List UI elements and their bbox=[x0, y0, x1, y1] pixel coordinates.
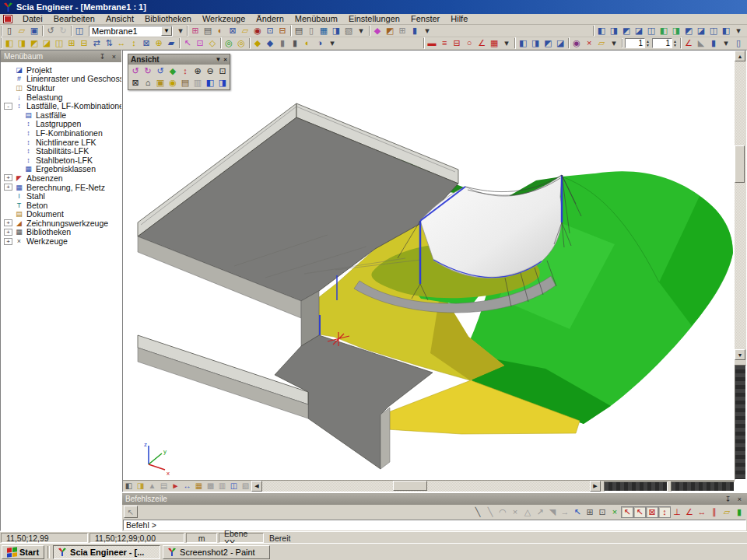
menu-item[interactable]: Bibliotheken bbox=[139, 14, 197, 23]
clip-slider-horizontal-1[interactable] bbox=[604, 481, 668, 492]
snap-intersection-icon[interactable]: × bbox=[608, 506, 621, 518]
clip-copy-4-icon[interactable]: ◪ bbox=[554, 37, 566, 49]
intersect-icon[interactable]: ⊠ bbox=[140, 37, 153, 49]
table-input-icon[interactable]: ⊡ bbox=[264, 25, 276, 37]
clip-copy-1-icon[interactable]: ◧ bbox=[517, 37, 529, 49]
clip-slider-horizontal-2[interactable] bbox=[671, 481, 735, 492]
printer-small-icon[interactable]: ▤ bbox=[202, 25, 214, 37]
zoom-window-icon[interactable]: ⊡ bbox=[216, 65, 229, 77]
tree-item[interactable]: ↕ Lastgruppen bbox=[4, 120, 121, 129]
snap-tangent-icon[interactable]: ∠ bbox=[683, 506, 696, 518]
menu-item[interactable]: Menübaum bbox=[289, 14, 343, 23]
renumber-icon[interactable]: ▯ bbox=[732, 37, 745, 49]
tree-item[interactable]: + ▦ Bibliotheken bbox=[4, 228, 121, 237]
tree-item[interactable]: + ◢ Zeichnungswerkzeuge bbox=[4, 219, 121, 228]
window-layout-2-icon[interactable]: ◨ bbox=[608, 25, 620, 37]
snap-grid-icon[interactable]: ⊞ bbox=[584, 506, 596, 518]
show-labels-icon[interactable]: ► bbox=[170, 481, 181, 492]
title-bar[interactable]: Scia Engineer - [Membrane1 : 1] bbox=[0, 0, 747, 14]
layer-1-icon[interactable]: ◆ bbox=[251, 37, 264, 49]
vscroll-up-arrow[interactable]: ▲ bbox=[735, 51, 745, 61]
trim-icon[interactable]: ⇄ bbox=[90, 37, 103, 49]
zoom-all-icon[interactable]: ⊠ bbox=[129, 77, 142, 89]
scale-more-arrow[interactable]: ▾ bbox=[720, 37, 732, 49]
redo-icon[interactable]: ↻ bbox=[57, 25, 69, 37]
scale-spinner-1-arrows[interactable]: ▲▼ bbox=[646, 40, 650, 47]
hscroll-left-arrow[interactable]: ◀ bbox=[251, 481, 262, 492]
tree-item[interactable]: ↕ LF-Kombinationen bbox=[4, 128, 121, 138]
tree-expand-box[interactable]: + bbox=[4, 174, 12, 181]
snap-endpoint-icon[interactable]: ↖ bbox=[621, 506, 633, 518]
select-cursor-icon[interactable]: ↖ bbox=[181, 37, 194, 49]
layer-more-arrow[interactable]: ▾ bbox=[326, 37, 338, 49]
frame-tool-icon[interactable]: ⊞ bbox=[189, 25, 202, 37]
taskbar-task-button[interactable]: Screenshot2 - Paint bbox=[163, 545, 270, 559]
clip-slider-vertical[interactable] bbox=[735, 365, 746, 480]
print-preview-icon[interactable]: ▯ bbox=[305, 25, 317, 37]
snap-arc-icon[interactable]: ◠ bbox=[496, 506, 509, 518]
scale-icon[interactable]: ⊞ bbox=[65, 37, 78, 49]
snap-node-icon[interactable]: ↕ bbox=[658, 506, 671, 518]
view-save-icon[interactable]: ▤ bbox=[179, 77, 191, 89]
document-more-arrow[interactable]: ▾ bbox=[355, 25, 367, 37]
vertical-scrollbar[interactable] bbox=[735, 61, 746, 349]
view-direction-icon[interactable]: ↕ bbox=[179, 65, 191, 77]
erase-icon[interactable]: × bbox=[583, 37, 595, 49]
tree-item[interactable]: ▤ Lastfälle bbox=[4, 110, 121, 120]
command-input[interactable]: Befehl > bbox=[123, 520, 746, 530]
window-layout-6-icon[interactable]: ◧ bbox=[658, 25, 670, 37]
dim-angle-icon[interactable]: ∠ bbox=[475, 37, 488, 49]
erase-more-arrow[interactable]: ▾ bbox=[608, 37, 620, 49]
snap-grid-point-icon[interactable]: ⊡ bbox=[596, 506, 608, 518]
clipping-box-icon[interactable]: ▣ bbox=[154, 77, 167, 89]
menu-item[interactable]: Datei bbox=[17, 14, 48, 23]
tree-item[interactable]: I Stahl bbox=[4, 191, 121, 201]
snap-disable-icon[interactable]: × bbox=[509, 506, 521, 518]
menu-item[interactable]: Werkzeuge bbox=[197, 14, 251, 23]
zoom-selection-icon[interactable]: ⌂ bbox=[142, 77, 154, 89]
close-icon[interactable]: × bbox=[735, 495, 744, 503]
window-layout-8-icon[interactable]: ◩ bbox=[682, 25, 695, 37]
rotate-icon[interactable]: ◪ bbox=[40, 37, 53, 49]
render-icon[interactable]: ◨ bbox=[135, 481, 146, 492]
snap-curve-icon[interactable]: → bbox=[559, 506, 571, 518]
snap-free-line-icon[interactable]: ╲ bbox=[472, 506, 484, 518]
angle-snap-icon[interactable]: ◣ bbox=[695, 37, 707, 49]
rotate-y-icon[interactable]: ↻ bbox=[142, 65, 154, 77]
calculator-icon[interactable]: ◐ bbox=[214, 25, 226, 37]
tree-item[interactable]: ↕ Stahlbeton-LFK bbox=[4, 156, 121, 165]
select-window-icon[interactable]: ⊡ bbox=[194, 37, 206, 49]
view-load-icon[interactable]: ▥ bbox=[191, 77, 204, 89]
break-icon[interactable]: ↔ bbox=[115, 37, 128, 49]
chevron-down-icon[interactable]: ▼ bbox=[215, 56, 221, 63]
light-icon[interactable]: ◉ bbox=[167, 77, 179, 89]
measure-icon[interactable]: ▰ bbox=[165, 37, 177, 49]
rotate-z-icon[interactable]: ↺ bbox=[154, 65, 167, 77]
pin-icon[interactable]: ↧ bbox=[724, 495, 732, 503]
show-supports-icon[interactable]: ▲ bbox=[146, 481, 158, 492]
move-node-icon[interactable]: ◧ bbox=[3, 37, 16, 49]
layer-2-icon[interactable]: ◆ bbox=[264, 37, 276, 49]
copy-icon[interactable]: ◨ bbox=[16, 37, 28, 49]
window-layout-3-icon[interactable]: ◩ bbox=[620, 25, 633, 37]
command-panel-header[interactable]: Befehlszeile ↧ × bbox=[122, 493, 747, 505]
tree-expand-box[interactable]: - bbox=[4, 103, 12, 110]
ansicht-toolbar-header[interactable]: Ansicht ▼ × bbox=[128, 54, 230, 65]
extend-icon[interactable]: ⇅ bbox=[103, 37, 115, 49]
menu-item[interactable]: Einstellungen bbox=[343, 14, 405, 23]
vertical-scrollbar-thumb[interactable] bbox=[735, 145, 745, 183]
tree-expand-box[interactable]: + bbox=[4, 219, 12, 226]
tree-expand-box[interactable]: + bbox=[4, 184, 12, 191]
menu-item[interactable]: Ansicht bbox=[100, 14, 139, 23]
layer-5-icon[interactable]: ◐ bbox=[301, 37, 314, 49]
start-button[interactable]: Start bbox=[2, 545, 44, 559]
model-combobox-arrow[interactable]: ▼ bbox=[161, 26, 172, 36]
zoom-out-icon[interactable]: ⊖ bbox=[204, 65, 216, 77]
folder-model-icon[interactable]: ▱ bbox=[239, 25, 251, 37]
save-project-icon[interactable]: ▣ bbox=[28, 25, 40, 37]
project-window-icon[interactable]: ◫ bbox=[73, 25, 86, 37]
snap-vertex-icon[interactable]: △ bbox=[521, 506, 534, 518]
enlarge-icon[interactable]: ⊕ bbox=[153, 37, 165, 49]
snap-nearest-icon[interactable]: ↔ bbox=[696, 506, 708, 518]
new-project-icon[interactable]: ▯ bbox=[3, 25, 16, 37]
